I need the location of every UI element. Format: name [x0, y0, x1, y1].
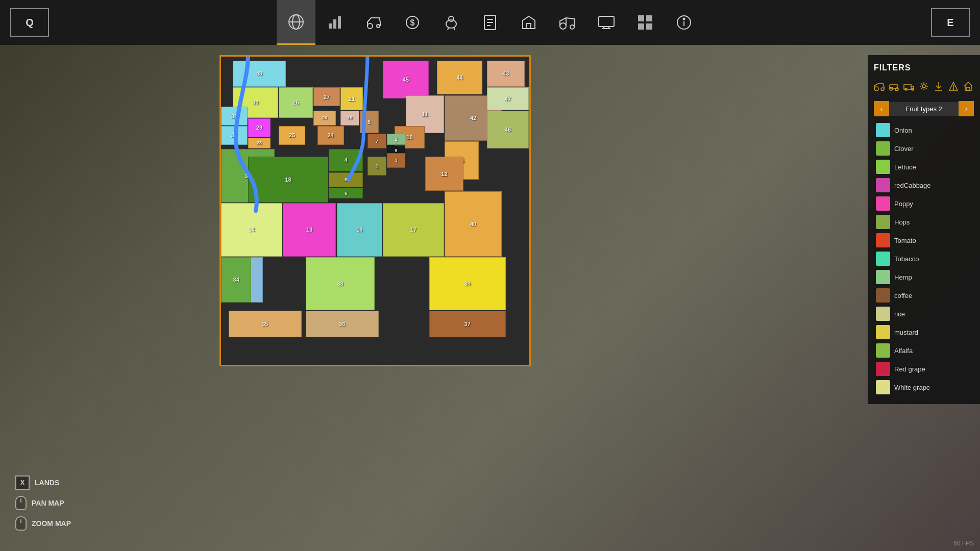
- fruit-item-alfalfa[interactable]: Alfalfa: [874, 342, 974, 359]
- fruit-item-mustard[interactable]: mustard: [874, 323, 974, 341]
- tab-animal[interactable]: [432, 0, 471, 45]
- fruit-item-white-grape[interactable]: White grape: [874, 379, 974, 396]
- fruit-item-tobacco[interactable]: Tobacco: [874, 250, 974, 267]
- svg-rect-27: [646, 15, 652, 21]
- fruit-item-poppy[interactable]: Poppy: [874, 195, 974, 212]
- fruit-list: OnionCloverLettuceredCabbagePoppyHopsTom…: [874, 121, 974, 396]
- tab-modules[interactable]: [626, 0, 665, 45]
- filters-title: FILTERS: [874, 63, 974, 72]
- parcel-18[interactable]: 18: [248, 157, 329, 203]
- fruit-item-tomato[interactable]: Tomato: [874, 232, 974, 249]
- parcel-12[interactable]: 12: [425, 157, 463, 191]
- parcel-2[interactable]: 2: [387, 134, 406, 145]
- parcel-39[interactable]: 39: [429, 257, 506, 311]
- svg-point-32: [683, 18, 685, 20]
- parcel-25[interactable]: 25: [279, 126, 305, 145]
- parcel-19[interactable]: 19: [340, 111, 359, 126]
- tab-money[interactable]: $: [393, 0, 432, 45]
- lands-key: X: [15, 475, 30, 490]
- parcel-48[interactable]: 48: [233, 61, 286, 87]
- parcel-7[interactable]: 7: [368, 134, 386, 148]
- parcel-40[interactable]: 40: [445, 191, 502, 256]
- e-button[interactable]: E: [931, 8, 970, 37]
- fruit-item-hemp[interactable]: Hemp: [874, 268, 974, 286]
- q-button[interactable]: Q: [10, 8, 49, 37]
- fruit-item-onion[interactable]: Onion: [874, 121, 974, 139]
- parcel-34[interactable]: 34: [221, 257, 251, 303]
- filter-download-icon[interactable]: [933, 79, 944, 94]
- fruit-icon-white-grape: [876, 380, 890, 394]
- parcel-46[interactable]: 46: [487, 111, 529, 149]
- parcel-37[interactable]: 37: [429, 311, 506, 337]
- parcel-21[interactable]: 21: [340, 87, 363, 110]
- parcel-3[interactable]: 3: [387, 153, 406, 168]
- fruit-name-clover: Clover: [894, 145, 914, 153]
- tab-map[interactable]: [277, 0, 315, 45]
- filter-settings-icon[interactable]: [918, 79, 930, 94]
- tab-contract[interactable]: [471, 0, 509, 45]
- fruit-icon-onion: [876, 123, 890, 137]
- parcel-47[interactable]: 47: [487, 87, 529, 110]
- svg-rect-26: [638, 15, 644, 21]
- parcel-24[interactable]: 24: [317, 126, 344, 145]
- parcel-38[interactable]: 38: [306, 257, 375, 311]
- parcel-36[interactable]: 36: [306, 311, 378, 337]
- parcel-17[interactable]: 17: [383, 203, 444, 257]
- parcel-45[interactable]: 45: [383, 61, 429, 99]
- tab-screen[interactable]: [587, 0, 626, 45]
- parcel-14[interactable]: 14: [221, 203, 282, 257]
- fruit-item-hops[interactable]: Hops: [874, 213, 974, 231]
- filter-tractor-icon[interactable]: [874, 79, 886, 94]
- parcel-6[interactable]: 6: [329, 188, 363, 199]
- fruit-name-redcabbage: redCabbage: [894, 182, 931, 189]
- parcel-8[interactable]: 8: [360, 111, 379, 133]
- parcel-44[interactable]: 44: [437, 61, 483, 95]
- tab-storage[interactable]: [509, 0, 548, 45]
- parcel-16[interactable]: 16: [337, 203, 383, 257]
- parcel-43[interactable]: 43: [487, 61, 525, 87]
- fruit-name-onion: Onion: [894, 127, 912, 134]
- fruit-icon-coffee: [876, 288, 890, 303]
- fruit-item-rice[interactable]: rice: [874, 305, 974, 322]
- fruit-item-lettuce[interactable]: Lettuce: [874, 158, 974, 176]
- fruit-item-coffee[interactable]: coffee: [874, 287, 974, 304]
- svg-point-19: [560, 23, 566, 29]
- parcel-26[interactable]: 26: [279, 87, 313, 117]
- fruit-name-red-grape: Red grape: [894, 365, 925, 373]
- fruit-item-red-grape[interactable]: Red grape: [874, 360, 974, 378]
- tab-farm-vehicle[interactable]: [548, 0, 587, 45]
- fruit-item-redcabbage[interactable]: redCabbage: [874, 177, 974, 194]
- parcel-32[interactable]: 32: [221, 126, 248, 145]
- parcel-29[interactable]: 29: [248, 118, 271, 137]
- svg-rect-29: [646, 23, 652, 30]
- fruit-icon-hops: [876, 215, 890, 229]
- parcel-1[interactable]: 1: [368, 157, 386, 176]
- toolbar: Q $: [0, 0, 980, 45]
- parcel-28[interactable]: 28: [248, 138, 271, 149]
- filter-home-icon[interactable]: [962, 79, 974, 94]
- parcel-4[interactable]: 4: [329, 149, 363, 171]
- filter-truck-icon[interactable]: [903, 79, 915, 94]
- parcel-13[interactable]: 13: [283, 203, 336, 257]
- tab-stats[interactable]: [315, 0, 354, 45]
- filter-harvester-icon[interactable]: [889, 79, 900, 94]
- tab-info[interactable]: [665, 0, 703, 45]
- pan-mouse-icon: [15, 496, 27, 510]
- filter-alert-icon[interactable]: [947, 79, 959, 94]
- fruit-item-clover[interactable]: Clover: [874, 140, 974, 157]
- fruit-name-white-grape: White grape: [894, 384, 930, 391]
- parcel-35[interactable]: 35: [229, 311, 301, 337]
- parcel-5[interactable]: 5: [329, 172, 363, 187]
- tab-vehicle[interactable]: [354, 0, 393, 45]
- fruit-next-button[interactable]: ›: [959, 101, 974, 116]
- svg-rect-22: [599, 16, 614, 27]
- parcel-20[interactable]: 20: [313, 111, 336, 126]
- fruit-prev-button[interactable]: ‹: [874, 101, 889, 116]
- parcel-31[interactable]: 31: [221, 107, 248, 126]
- fruit-icon-poppy: [876, 196, 890, 211]
- map-container[interactable]: 4830312627214544434211414647322928252420…: [219, 55, 531, 366]
- parcel-27[interactable]: 27: [313, 87, 340, 106]
- fruit-types-label: Fruit types 2: [889, 102, 959, 116]
- fruit-name-coffee: coffee: [894, 292, 912, 299]
- fruit-name-lettuce: Lettuce: [894, 163, 916, 171]
